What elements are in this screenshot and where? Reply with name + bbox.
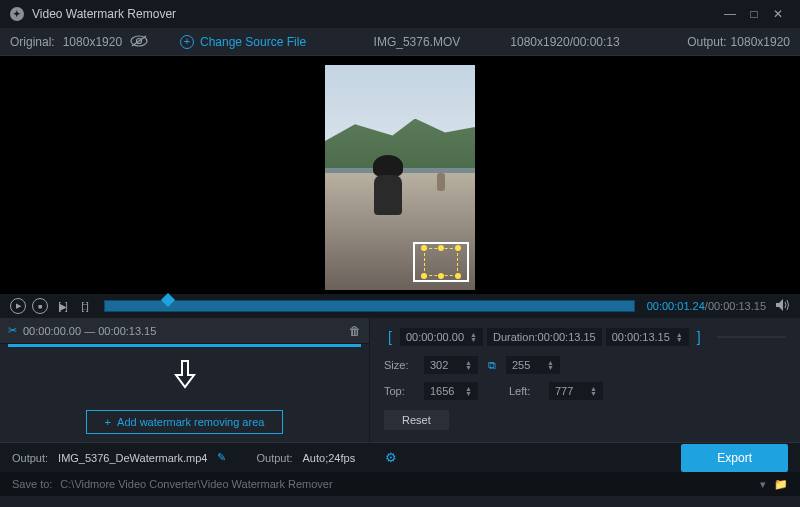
stop-button[interactable]: ■: [32, 298, 48, 314]
height-input[interactable]: 255▲▼: [506, 356, 560, 374]
titlebar: ✦ Video Watermark Remover — □ ✕: [0, 0, 800, 28]
delete-area-button[interactable]: 🗑: [349, 324, 361, 338]
scissors-icon: ✂: [8, 324, 17, 337]
add-watermark-area-button[interactable]: + Add watermark removing area: [86, 410, 284, 434]
minimize-button[interactable]: —: [718, 2, 742, 26]
resize-handle[interactable]: [438, 245, 444, 251]
reset-button[interactable]: Reset: [384, 410, 449, 430]
end-time-input[interactable]: 00:00:13.15▲▼: [606, 328, 689, 346]
timeline-scrubber[interactable]: [104, 300, 635, 312]
play-button[interactable]: ▶: [10, 298, 26, 314]
frame-back-button[interactable]: [▶]: [54, 298, 70, 314]
frame-forward-button[interactable]: [□]: [76, 298, 92, 314]
area-time-range: 00:00:00.00 — 00:00:13.15: [23, 325, 349, 337]
change-source-button[interactable]: + Change Source File: [180, 35, 306, 49]
output-resolution: 1080x1920: [731, 35, 790, 49]
duration-display: Duration:00:00:13.15: [487, 328, 602, 346]
export-button[interactable]: Export: [681, 444, 788, 472]
left-label: Left:: [509, 385, 539, 397]
volume-icon[interactable]: [776, 299, 790, 314]
resize-handle[interactable]: [421, 245, 427, 251]
trim-track[interactable]: [717, 336, 786, 338]
down-arrow-icon: [174, 359, 196, 392]
output-format-label: Output:: [256, 452, 292, 464]
change-source-label: Change Source File: [200, 35, 306, 49]
set-end-button[interactable]: ]: [693, 329, 705, 345]
playhead[interactable]: [161, 293, 175, 307]
save-path-row: Save to: C:\Vidmore Video Converter\Vide…: [0, 472, 800, 496]
output-file-label: Output:: [12, 452, 48, 464]
preview-toggle-icon[interactable]: [130, 34, 148, 50]
output-format: Auto;24fps: [303, 452, 356, 464]
left-input[interactable]: 777▲▼: [549, 382, 603, 400]
app-logo-icon: ✦: [10, 7, 24, 21]
resize-handle[interactable]: [438, 273, 444, 279]
plus-icon: +: [105, 416, 111, 428]
video-frame: [325, 65, 475, 290]
svg-marker-3: [776, 299, 783, 311]
output-filename: IMG_5376_DeWatermark.mp4: [58, 452, 207, 464]
output-label: Output:: [687, 35, 726, 49]
path-dropdown-icon[interactable]: ▾: [760, 478, 766, 491]
set-start-button[interactable]: [: [384, 329, 396, 345]
size-label: Size:: [384, 359, 414, 371]
watermark-areas-panel: ✂ 00:00:00.00 — 00:00:13.15 🗑 + Add wate…: [0, 318, 370, 442]
total-time: /00:00:13.15: [705, 300, 766, 312]
save-path: C:\Vidmore Video Converter\Video Waterma…: [60, 478, 752, 490]
maximize-button[interactable]: □: [742, 2, 766, 26]
plus-circle-icon: +: [180, 35, 194, 49]
down-icon: ▼: [470, 337, 477, 342]
video-preview[interactable]: [0, 56, 800, 294]
resize-handle[interactable]: [455, 273, 461, 279]
close-button[interactable]: ✕: [766, 2, 790, 26]
area-properties-panel: [ 00:00:00.00▲▼ Duration:00:00:13.15 00:…: [370, 318, 800, 442]
current-time: 00:00:01.24: [647, 300, 705, 312]
original-label: Original:: [10, 35, 55, 49]
add-area-label: Add watermark removing area: [117, 416, 264, 428]
aspect-lock-icon[interactable]: ⧉: [488, 359, 496, 372]
original-resolution: 1080x1920: [63, 35, 122, 49]
resize-handle[interactable]: [455, 245, 461, 251]
open-folder-icon[interactable]: 📁: [774, 478, 788, 491]
output-settings-row: Output: IMG_5376_DeWatermark.mp4 ✎ Outpu…: [0, 442, 800, 472]
watermark-selection-box[interactable]: [413, 242, 469, 282]
source-filename: IMG_5376.MOV: [374, 35, 461, 49]
top-label: Top:: [384, 385, 414, 397]
source-res-duration: 1080x1920/00:00:13: [510, 35, 619, 49]
down-icon: ▼: [676, 337, 683, 342]
playback-bar: ▶ ■ [▶] [□] 00:00:01.24/00:00:13.15: [0, 294, 800, 318]
edit-filename-icon[interactable]: ✎: [217, 451, 226, 464]
app-title: Video Watermark Remover: [32, 7, 718, 21]
top-input[interactable]: 1656▲▼: [424, 382, 478, 400]
output-settings-icon[interactable]: ⚙: [385, 450, 397, 465]
save-to-label: Save to:: [12, 478, 52, 490]
width-input[interactable]: 302▲▼: [424, 356, 478, 374]
resize-handle[interactable]: [421, 273, 427, 279]
start-time-input[interactable]: 00:00:00.00▲▼: [400, 328, 483, 346]
top-info-bar: Original: 1080x1920 + Change Source File…: [0, 28, 800, 56]
